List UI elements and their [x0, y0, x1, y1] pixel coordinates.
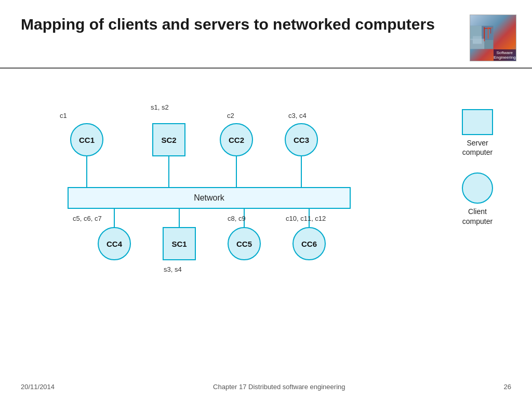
footer: 20/11/2014 Chapter 17 Distributed softwa… — [0, 383, 532, 391]
cc2-tag: c2 — [227, 112, 234, 119]
footer-chapter: Chapter 17 Distributed software engineer… — [213, 383, 345, 391]
sc1-tag: s3, s4 — [164, 265, 182, 273]
cc3-tag: c3, c4 — [288, 112, 307, 119]
diagram-area: Network c1 CC1 s1, s2 SC2 c2 CC2 c3, c4 … — [21, 86, 416, 304]
header: Mapping of clients and servers to networ… — [0, 0, 532, 69]
legend-server-label: Servercomputer — [462, 138, 493, 157]
footer-date: 20/11/2014 — [21, 383, 55, 391]
footer-page: 26 — [504, 383, 511, 391]
image-caption: Software Engineering — [494, 49, 516, 61]
cc4-node: CC4 — [98, 227, 131, 260]
legend-server: Servercomputer — [462, 109, 493, 157]
legend-client-icon — [462, 172, 493, 204]
network-bar: Network — [68, 187, 351, 209]
sc1-node: SC1 — [163, 227, 196, 260]
legend: Servercomputer Clientcomputer — [444, 109, 511, 226]
sc2-tag: s1, s2 — [151, 103, 169, 111]
network-label: Network — [194, 193, 224, 203]
cc2-node: CC2 — [220, 123, 253, 156]
sc2-node: SC2 — [152, 123, 185, 156]
slide-title: Mapping of clients and servers to networ… — [21, 15, 470, 34]
cc1-node: CC1 — [70, 123, 103, 156]
cc5-node: CC5 — [228, 227, 261, 260]
cc3-node: CC3 — [285, 123, 318, 156]
cc4-tag: c5, c6, c7 — [73, 215, 102, 222]
legend-server-icon — [462, 109, 493, 135]
cc6-node: CC6 — [292, 227, 326, 260]
cc5-tag: c8, c9 — [228, 215, 246, 222]
header-image-graphic — [470, 15, 494, 61]
svg-rect-9 — [470, 38, 484, 49]
legend-client: Clientcomputer — [462, 172, 493, 225]
slide: Mapping of clients and servers to networ… — [0, 0, 532, 399]
header-image: Software Engineering — [470, 15, 516, 61]
cc6-tag: c10, c11, c12 — [286, 215, 326, 222]
legend-client-label: Clientcomputer — [462, 207, 493, 225]
cc1-tag: c1 — [60, 112, 67, 119]
